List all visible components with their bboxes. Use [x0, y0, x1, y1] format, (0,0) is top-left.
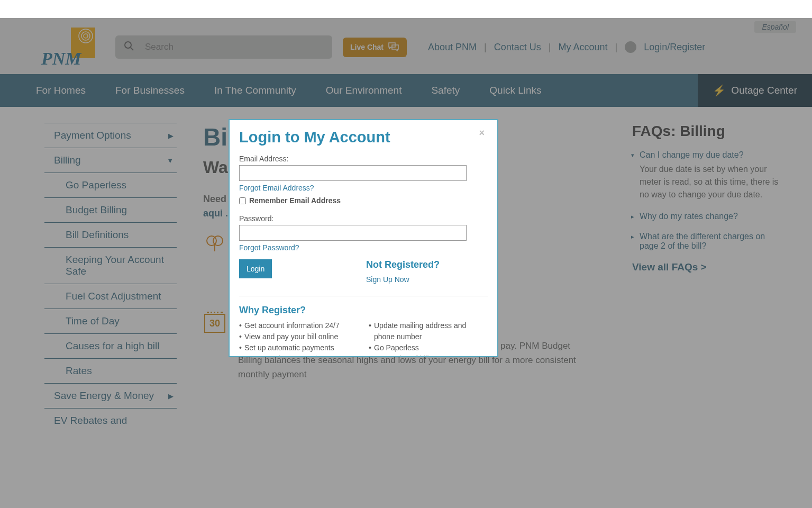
forgot-password-link[interactable]: Forgot Password?	[239, 243, 299, 252]
benefit-item: Go Paperless	[369, 342, 488, 353]
benefit-item: Get copies of bills	[369, 353, 488, 357]
benefit-item: Update mailing address and phone number	[369, 320, 488, 342]
remember-checkbox[interactable]: Remember Email Address	[239, 196, 488, 205]
why-register-title: Why Register?	[239, 305, 488, 316]
benefit-item: View and pay your bill online	[239, 331, 358, 342]
benefit-item: Get account information 24/7	[239, 320, 358, 331]
email-input[interactable]	[239, 165, 467, 181]
password-label: Password:	[239, 214, 488, 223]
benefits-right: Update mailing address and phone numberG…	[369, 320, 488, 357]
modal-title: Login to My Account	[239, 129, 488, 146]
login-button[interactable]: Login	[239, 259, 272, 278]
benefits-left: Get account information 24/7View and pay…	[239, 320, 358, 357]
forgot-email-link[interactable]: Forgot Email Address?	[239, 184, 314, 192]
benefit-item: Set up and manage alerts	[239, 353, 358, 357]
password-input[interactable]	[239, 225, 467, 241]
remember-input[interactable]	[239, 197, 246, 204]
signup-link[interactable]: Sign Up Now	[366, 275, 409, 284]
email-label: Email Address:	[239, 155, 488, 163]
not-registered-title: Not Registered?	[366, 259, 488, 270]
close-icon[interactable]: ×	[479, 128, 485, 139]
benefit-item: Set up automatic payments	[239, 342, 358, 353]
login-modal: × Login to My Account Email Address: For…	[229, 119, 498, 357]
